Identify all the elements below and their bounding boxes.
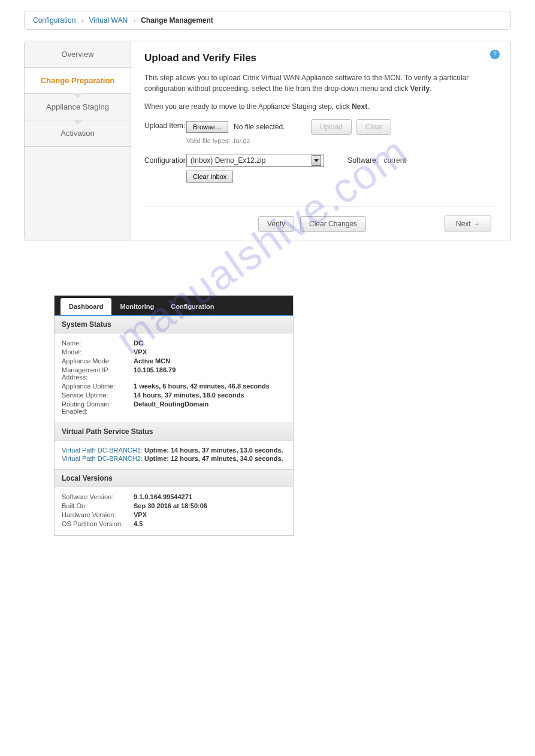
label-appliance-mode: Appliance Mode: — [62, 357, 134, 365]
chevron-right-icon: › — [81, 17, 83, 24]
clear-changes-button[interactable]: Clear Changes — [300, 216, 366, 232]
description-2: When you are ready to move to the Applia… — [144, 101, 497, 112]
local-versions-section: Local Versions Software Version:9.1.0.16… — [55, 470, 293, 535]
virtual-path-link-branch1[interactable]: Virtual Path DC-BRANCH1: — [62, 447, 143, 454]
software-label: Software: — [347, 156, 378, 165]
value-hardware-version: VPX — [134, 511, 147, 518]
virtual-path-link-branch2[interactable]: Virtual Path DC-BRANCH2: — [62, 455, 143, 462]
tab-bar: Dashboard Monitoring Configuration — [55, 296, 293, 316]
breadcrumb-current: Change Management — [141, 16, 213, 25]
wizard-sidebar: Overview Change Preparation Appliance St… — [25, 41, 131, 241]
tab-dashboard[interactable]: Dashboard — [61, 298, 111, 315]
configuration-label: Configuration: — [144, 154, 186, 165]
configuration-row: Configuration: (Inbox) Demo_Ex12.zip Sof… — [144, 154, 497, 183]
configuration-selected: (Inbox) Demo_Ex12.zip — [191, 156, 265, 165]
value-os-partition-version: 4.5 — [134, 520, 143, 527]
software-value: current — [383, 156, 406, 165]
wizard-main: ? Upload and Verify Files This step allo… — [131, 41, 510, 241]
label-service-uptime: Service Uptime: — [62, 391, 134, 399]
configuration-select[interactable]: (Inbox) Demo_Ex12.zip — [186, 154, 324, 167]
virtual-path-row: Virtual Path DC-BRANCH1: Uptime: 14 hour… — [62, 447, 286, 454]
breadcrumb-link-configuration[interactable]: Configuration — [33, 16, 75, 25]
step-overview[interactable]: Overview — [25, 41, 131, 68]
virtual-path-status-section: Virtual Path Service Status Virtual Path… — [55, 423, 293, 470]
upload-button[interactable]: Upload — [311, 119, 352, 135]
label-mgmt-ip: Management IP Address: — [62, 366, 134, 381]
virtual-path-uptime-branch1: Uptime: 14 hours, 37 minutes, 13.0 secon… — [144, 447, 283, 454]
verify-button[interactable]: Verify — [258, 216, 294, 232]
value-name: DC — [134, 339, 143, 347]
help-icon[interactable]: ? — [490, 50, 500, 59]
label-os-partition-version: OS Partition Version: — [62, 520, 134, 527]
system-status-header: System Status — [55, 316, 293, 333]
virtual-path-uptime-branch2: Uptime: 12 hours, 47 minutes, 34.0 secon… — [144, 455, 283, 462]
next-button[interactable]: Next → — [445, 215, 491, 232]
local-versions-header: Local Versions — [55, 470, 293, 487]
clear-inbox-button[interactable]: Clear Inbox — [186, 171, 233, 183]
upload-item-label: Upload Item: — [144, 119, 186, 130]
value-model: VPX — [134, 348, 147, 356]
chevron-down-icon[interactable] — [312, 155, 321, 166]
page-title: Upload and Verify Files — [144, 52, 497, 64]
value-service-uptime: 14 hours, 37 minutes, 18.0 seconds — [134, 391, 244, 399]
label-software-version: Software Version: — [62, 493, 134, 500]
no-file-text: No file selected. — [234, 123, 285, 131]
tab-configuration[interactable]: Configuration — [162, 298, 222, 315]
label-model: Model: — [62, 348, 134, 356]
value-appliance-uptime: 1 weeks, 6 hours, 42 minutes, 46.8 secon… — [134, 382, 270, 390]
label-name: Name: — [62, 339, 134, 347]
upload-item-row: Upload Item: Browse… No file selected. U… — [144, 119, 497, 144]
label-appliance-uptime: Appliance Uptime: — [62, 382, 134, 390]
label-routing-domain: Routing Domain Enabled: — [62, 400, 134, 415]
value-routing-domain: Default_RoutingDomain — [134, 400, 208, 415]
wizard-panel: Overview Change Preparation Appliance St… — [24, 41, 511, 241]
breadcrumb-link-virtualwan[interactable]: Virtual WAN — [89, 16, 128, 25]
footer-actions: Verify Clear Changes Next → — [144, 207, 497, 232]
tab-monitoring[interactable]: Monitoring — [111, 298, 162, 315]
value-mgmt-ip: 10.105.186.79 — [134, 366, 176, 381]
virtual-path-row: Virtual Path DC-BRANCH2: Uptime: 12 hour… — [62, 455, 286, 462]
breadcrumb: Configuration › Virtual WAN › Change Man… — [24, 11, 511, 30]
label-built-on: Built On: — [62, 502, 134, 509]
label-hardware-version: Hardware Version: — [62, 511, 134, 518]
system-status-section: System Status Name:DC Model:VPX Applianc… — [55, 316, 293, 423]
browse-button[interactable]: Browse… — [186, 121, 228, 133]
value-software-version: 9.1.0.164.99544271 — [134, 493, 192, 500]
virtual-path-status-header: Virtual Path Service Status — [55, 423, 293, 441]
description-1: This step allows you to upload Citrix Vi… — [144, 72, 497, 94]
clear-button[interactable]: Clear — [356, 119, 392, 135]
valid-file-types: Valid file types: .tar.gz — [186, 137, 497, 144]
dashboard-panel: Dashboard Monitoring Configuration Syste… — [54, 295, 294, 536]
step-change-preparation[interactable]: Change Preparation — [25, 68, 131, 94]
value-built-on: Sep 30 2016 at 18:50:06 — [134, 502, 207, 509]
value-appliance-mode: Active MCN — [134, 357, 170, 365]
chevron-right-icon: › — [133, 17, 135, 24]
